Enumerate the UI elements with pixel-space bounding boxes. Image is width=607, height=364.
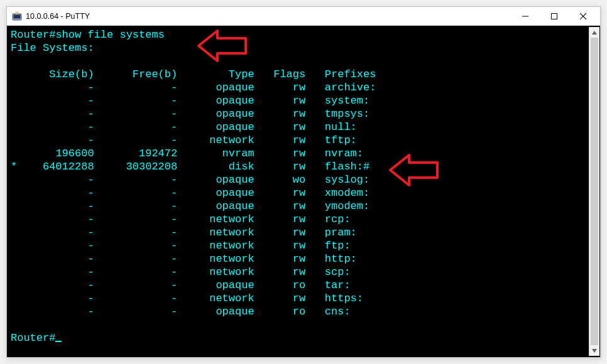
table-row: --opaquerocns: — [11, 305, 596, 318]
table-row: --opaquerwsystem: — [11, 94, 596, 107]
titlebar[interactable]: 10.0.0.64 - PuTTY — [7, 7, 600, 26]
table-header: Size(b)Free(b)TypeFlagsPrefixes — [11, 68, 596, 81]
svg-marker-8 — [592, 349, 597, 353]
table-row: --opaquerotar: — [11, 279, 596, 292]
scrollbar[interactable] — [589, 27, 599, 356]
command-line: Router#show file systems — [11, 28, 596, 41]
window-controls — [511, 7, 598, 25]
scroll-thumb[interactable] — [591, 38, 598, 345]
scroll-track[interactable] — [589, 38, 599, 345]
table-row: *6401228830302208diskrwflash:# — [11, 160, 596, 173]
close-button[interactable] — [569, 7, 598, 25]
table-row: --opaquerwxmodem: — [11, 186, 596, 200]
putty-icon — [12, 11, 22, 21]
table-row: --opaquerwnull: — [11, 120, 596, 134]
putty-window: 10.0.0.64 - PuTTY Router#show file syste… — [6, 6, 601, 358]
table-row: --opaquerwtmpsys: — [11, 107, 596, 120]
cursor-icon — [55, 341, 62, 342]
terminal[interactable]: Router#show file systemsFile Systems: Si… — [7, 26, 600, 357]
table-row: --opaquewosyslog: — [11, 173, 596, 186]
table-row: --networkrwhttps: — [11, 292, 596, 305]
output-heading: File Systems: — [11, 41, 596, 55]
svg-marker-7 — [592, 31, 597, 35]
svg-rect-4 — [552, 13, 557, 19]
table-row: --networkrwtftp: — [11, 134, 596, 147]
table-row: 196600192472nvramrwnvram: — [11, 147, 596, 160]
table-row: --opaquerwymodem: — [11, 200, 596, 213]
table-row: --networkrwhttp: — [11, 252, 596, 265]
minimize-button[interactable] — [511, 7, 540, 25]
table-row: --networkrwrcp: — [11, 213, 596, 226]
scroll-up-button[interactable] — [589, 27, 599, 38]
table-row: --networkrwpram: — [11, 226, 596, 239]
maximize-button[interactable] — [540, 7, 569, 25]
table-row: --networkrwscp: — [11, 265, 596, 279]
prompt[interactable]: Router# — [11, 331, 596, 345]
table-row: --opaquerwarchive: — [11, 81, 596, 94]
svg-rect-2 — [16, 12, 18, 14]
table-row: --networkrwftp: — [11, 239, 596, 252]
window-title: 10.0.0.64 - PuTTY — [26, 12, 511, 21]
scroll-down-button[interactable] — [589, 345, 599, 356]
svg-rect-1 — [14, 14, 21, 18]
